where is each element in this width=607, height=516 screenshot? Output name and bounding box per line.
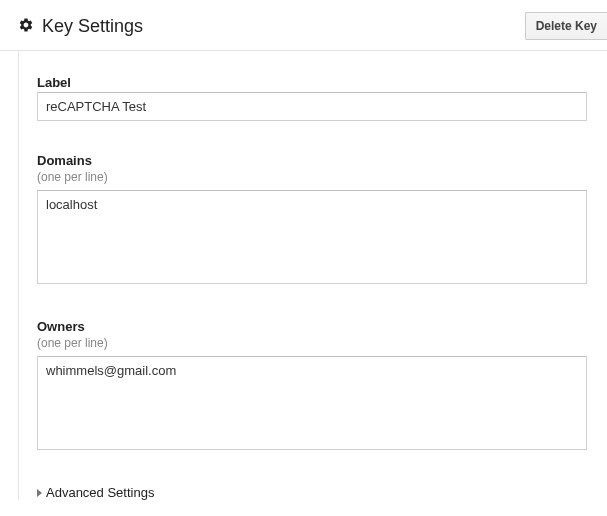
domains-field-title: Domains [37,153,607,168]
domains-textarea[interactable] [37,190,587,284]
owners-field-group: Owners (one per line) [37,319,607,453]
domains-field-hint: (one per line) [37,170,607,184]
advanced-settings-label: Advanced Settings [46,485,154,500]
settings-content: Label Domains (one per line) Owners (one… [18,51,607,500]
delete-key-button[interactable]: Delete Key [525,12,607,40]
advanced-settings-toggle[interactable]: Advanced Settings [37,485,607,500]
caret-right-icon [37,489,42,497]
gear-icon [18,17,34,36]
label-field-group: Label [37,75,607,121]
header-left: Key Settings [18,16,143,37]
label-field-title: Label [37,75,607,90]
settings-header: Key Settings Delete Key [0,0,607,51]
label-input[interactable] [37,92,587,121]
owners-field-hint: (one per line) [37,336,607,350]
owners-field-title: Owners [37,319,607,334]
owners-textarea[interactable] [37,356,587,450]
domains-field-group: Domains (one per line) [37,153,607,287]
page-title: Key Settings [42,16,143,37]
